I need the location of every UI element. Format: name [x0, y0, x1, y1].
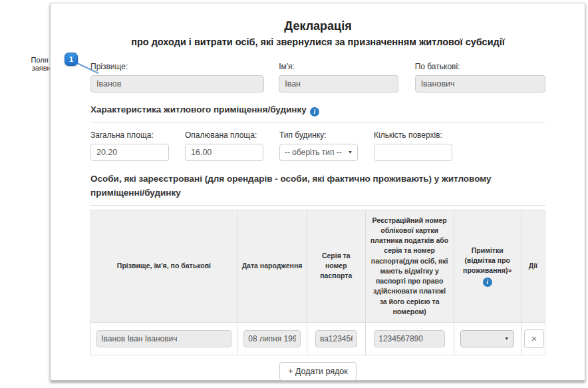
patronymic-field-group: По батькові: — [415, 62, 545, 93]
info-icon[interactable]: i — [310, 107, 319, 116]
house-type-selected-value: -- оберіть тип -- — [285, 148, 342, 157]
column-header-birth-date: Дата народження — [237, 210, 307, 322]
residents-table-header-row: Прізвище, ім'я, по батькові Дата народже… — [91, 210, 545, 322]
total-area-input[interactable] — [90, 144, 169, 161]
surname-label: Прізвище: — [90, 62, 264, 71]
divider — [90, 205, 545, 206]
close-icon: × — [531, 333, 537, 343]
column-header-notes: Примітки (відмітка про проживання)» i — [454, 210, 521, 322]
column-header-notes-text: Примітки (відмітка про проживання)» — [463, 246, 512, 274]
applicant-fields-row: Прізвище: Ім'я: По батькові: — [90, 62, 545, 93]
chevron-down-icon: ▼ — [348, 150, 353, 154]
resident-birth-date-input — [243, 330, 301, 347]
patronymic-label: По батькові: — [415, 62, 545, 71]
declaration-form-card: Декларація про доходи і витрати осіб, як… — [50, 3, 585, 381]
heated-area-label: Опалювана площа: — [185, 130, 263, 140]
info-icon[interactable]: i — [483, 278, 492, 287]
resident-name-input — [96, 330, 231, 347]
chevron-down-icon: ▼ — [504, 336, 509, 341]
firstname-label: Ім'я: — [279, 62, 398, 71]
floors-input[interactable] — [374, 144, 452, 161]
table-row: ▼ × — [91, 322, 545, 355]
add-row-button[interactable]: + Додати рядок — [279, 362, 357, 381]
surname-input — [90, 75, 264, 93]
annotation-badge-1: 1 — [65, 53, 78, 66]
surname-field-group: Прізвище: — [90, 62, 264, 93]
column-header-actions: Дії — [521, 210, 545, 322]
house-type-label: Тип будинку: — [279, 130, 358, 140]
column-header-name: Прізвище, ім'я, по батькові — [91, 210, 237, 322]
house-type-select[interactable]: -- оберіть тип -- ▼ — [279, 144, 358, 161]
housing-section-heading: Характеристика житлового приміщення/буди… — [90, 103, 545, 117]
patronymic-input — [415, 75, 545, 93]
house-type-field-group: Тип будинку: -- оберіть тип -- ▼ — [279, 130, 358, 161]
column-header-passport: Серія та номер паспорта — [307, 210, 365, 322]
annotation-badge-number: 1 — [69, 55, 73, 63]
firstname-field-group: Ім'я: — [279, 62, 398, 93]
firstname-input — [279, 75, 398, 93]
delete-row-button[interactable]: × — [524, 329, 544, 348]
divider — [90, 122, 545, 122]
residents-section-heading: Особи, які зареєстровані (для орендарів … — [90, 172, 545, 200]
resident-passport-input — [315, 330, 357, 347]
heated-area-input[interactable] — [185, 144, 263, 161]
resident-notes-select[interactable]: ▼ — [460, 330, 514, 347]
heated-area-field-group: Опалювана площа: — [185, 130, 263, 161]
floors-field-group: Кількість поверхів: — [374, 130, 452, 161]
resident-tax-number-input — [374, 330, 445, 347]
housing-heading-text: Характеристика житлового приміщення/буди… — [90, 104, 307, 114]
column-header-tax-number: Реєстраційний номер облікової картки пла… — [365, 210, 454, 322]
housing-fields-row: Загальна площа: Опалювана площа: Тип буд… — [90, 130, 545, 161]
total-area-field-group: Загальна площа: — [90, 130, 169, 161]
residents-table: Прізвище, ім'я, по батькові Дата народже… — [90, 210, 545, 355]
page-subtitle: про доходи і витрати осіб, які звернулис… — [90, 37, 545, 47]
page-title: Декларація — [90, 19, 545, 33]
total-area-label: Загальна площа: — [90, 130, 169, 140]
floors-label: Кількість поверхів: — [374, 130, 452, 140]
